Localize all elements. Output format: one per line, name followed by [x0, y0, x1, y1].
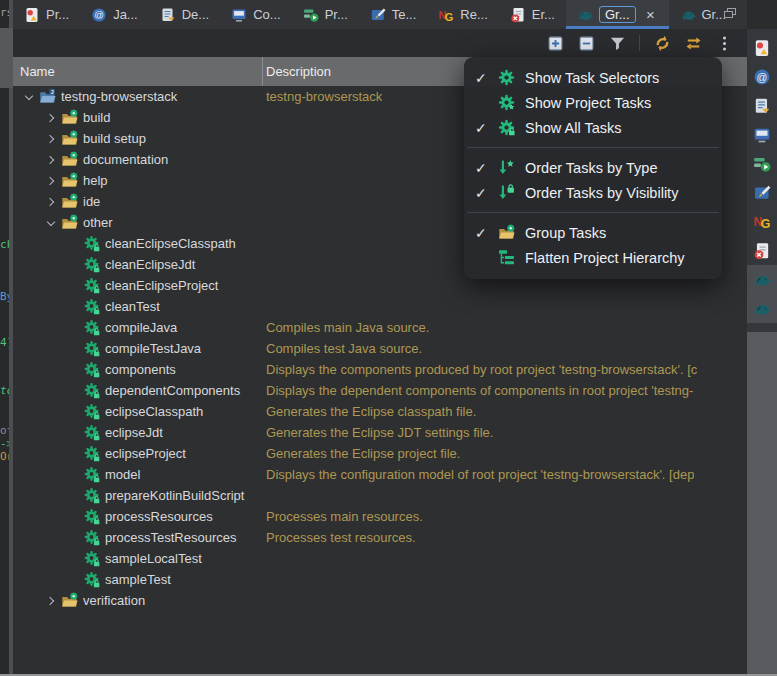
chevron-icon[interactable] [63, 338, 83, 359]
view-shortcut-progress[interactable] [747, 149, 777, 178]
code-fragment: rs [0, 6, 9, 19]
view-shortcut-problems[interactable] [747, 33, 777, 62]
tree-row-label: eclipseProject [105, 446, 186, 461]
gradle-icon [680, 7, 696, 23]
view-shortcut-declaration[interactable] [747, 91, 777, 120]
view-tab[interactable]: Re... [427, 0, 498, 29]
view-shortcut-gradle-executions[interactable] [747, 294, 777, 323]
view-tab[interactable]: Pr... [13, 0, 80, 29]
view-tab[interactable]: Gr... [566, 0, 669, 29]
chevron-icon[interactable] [41, 128, 61, 149]
menu-item[interactable]: Flatten Project Hierarchy [464, 245, 722, 270]
chevron-icon[interactable] [63, 464, 83, 485]
view-tab[interactable]: Er... [499, 0, 566, 29]
tree-row[interactable]: model Displays the configuration model o… [13, 464, 747, 485]
chevron-icon[interactable] [63, 317, 83, 338]
column-resize-handle[interactable] [262, 57, 263, 86]
chevron-icon[interactable] [63, 275, 83, 296]
tree-row-label: eclipseJdt [105, 425, 163, 440]
menu-item[interactable]: Show Project Tasks [464, 90, 722, 115]
view-shortcut-errorlog[interactable] [747, 236, 777, 265]
tree-row[interactable]: eclipseProject Generates the Eclipse pro… [13, 443, 747, 464]
tree-row[interactable]: sampleTest [13, 569, 747, 590]
tab-label: Re... [460, 7, 487, 22]
view-tab[interactable]: De... [149, 0, 220, 29]
folder-icon [61, 130, 78, 147]
view-tab[interactable]: Pr... [292, 0, 359, 29]
chevron-icon[interactable] [63, 422, 83, 443]
task-icon [83, 319, 100, 336]
declaration-icon [753, 97, 771, 115]
gradle-tasks-icon [753, 271, 771, 289]
tree-row-label: compileJava [105, 320, 177, 335]
chevron-icon[interactable] [63, 359, 83, 380]
chevron-icon[interactable] [19, 86, 39, 107]
chevron-icon[interactable] [63, 506, 83, 527]
chevron-icon[interactable] [41, 149, 61, 170]
chevron-icon[interactable] [41, 170, 61, 191]
tab-label: Co... [253, 7, 280, 22]
tree-row[interactable]: eclipseJdt Generates the Eclipse JDT set… [13, 422, 747, 443]
chevron-icon[interactable] [63, 527, 83, 548]
chevron-icon[interactable] [41, 212, 61, 233]
view-shortcut-gradle-tasks[interactable] [747, 265, 777, 294]
tree-row[interactable]: sampleLocalTest [13, 548, 747, 569]
description-column-header[interactable]: Description [266, 64, 331, 79]
tree-row[interactable]: processResources Processes main resource… [13, 506, 747, 527]
javadoc-icon [753, 68, 771, 86]
tree-row[interactable]: eclipseClasspath Generates the Eclipse c… [13, 401, 747, 422]
chevron-icon[interactable] [63, 401, 83, 422]
chevron-icon[interactable] [63, 548, 83, 569]
chevron-icon[interactable] [63, 380, 83, 401]
view-shortcut-console[interactable] [747, 120, 777, 149]
chevron-icon[interactable] [63, 569, 83, 590]
collapse-all-button[interactable] [577, 34, 595, 52]
view-tab[interactable]: Co... [220, 0, 291, 29]
chevron-icon[interactable] [41, 590, 61, 611]
view-shortcut-testng[interactable] [747, 207, 777, 236]
menu-item[interactable]: Show All Tasks [464, 115, 722, 140]
sync-button[interactable] [684, 34, 702, 52]
task-icon [83, 256, 100, 273]
chevron-icon[interactable] [63, 296, 83, 317]
chevron-icon[interactable] [41, 191, 61, 212]
view-menu-dropdown: Show Task Selectors Show Project Tasks S… [464, 57, 722, 279]
gradle-icon [577, 7, 593, 23]
view-shortcut-terminal[interactable] [747, 178, 777, 207]
menu-item[interactable]: Order Tasks by Visibility [464, 180, 722, 205]
task-icon [83, 340, 100, 357]
refresh-button[interactable] [653, 34, 671, 52]
chevron-icon[interactable] [41, 107, 61, 128]
progress-icon [303, 7, 319, 23]
tree-row-label: verification [83, 593, 145, 608]
tree-row[interactable]: cleanTest [13, 296, 747, 317]
chevron-icon[interactable] [63, 485, 83, 506]
chevron-icon[interactable] [63, 443, 83, 464]
tree-row[interactable]: prepareKotlinBuildScript [13, 485, 747, 506]
tree-row-label: cleanEclipseProject [105, 278, 218, 293]
name-column-header[interactable]: Name [13, 64, 55, 79]
tree-row[interactable]: components Displays the components produ… [13, 359, 747, 380]
close-icon[interactable] [644, 8, 658, 22]
expand-all-button[interactable] [546, 34, 564, 52]
tree-row[interactable]: compileTestJava Compiles test Java sourc… [13, 338, 747, 359]
tree-row[interactable]: compileJava Compiles main Java source. [13, 317, 747, 338]
chevron-icon[interactable] [63, 254, 83, 275]
view-shortcut-javadoc[interactable] [747, 62, 777, 91]
tree-row[interactable]: processTestResources Processes test reso… [13, 527, 747, 548]
filter-button[interactable] [608, 34, 626, 52]
tab-label: Gr... [599, 6, 636, 23]
menu-item[interactable]: Show Task Selectors [464, 65, 722, 90]
task-icon [83, 361, 100, 378]
menu-dots-button[interactable] [715, 34, 733, 52]
restore-icon[interactable] [724, 8, 737, 19]
tree-row-label: cleanEclipseClasspath [105, 236, 236, 251]
menu-item[interactable]: Order Tasks by Type [464, 155, 722, 180]
view-tab[interactable]: Ja... [80, 0, 149, 29]
collapse-all-icon [578, 35, 595, 52]
menu-item[interactable]: Group Tasks [464, 220, 722, 245]
chevron-icon[interactable] [63, 233, 83, 254]
tree-row[interactable]: verification [13, 590, 747, 611]
view-tab[interactable]: Te... [359, 0, 428, 29]
tree-row[interactable]: dependentComponents Displays the depende… [13, 380, 747, 401]
